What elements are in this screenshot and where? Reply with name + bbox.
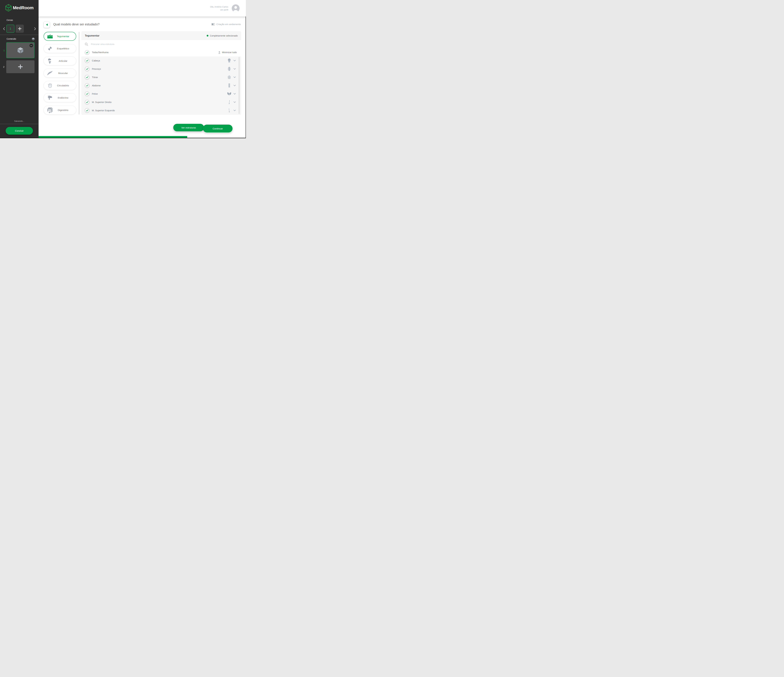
system-button-circulatorio[interactable]: Circulatório bbox=[44, 81, 76, 90]
skin-icon bbox=[47, 34, 53, 39]
collapse-arrow-icon bbox=[218, 51, 221, 54]
chevron-down-icon[interactable] bbox=[233, 110, 236, 111]
check-icon bbox=[86, 51, 89, 54]
region-row-m-superior-esquerdo[interactable]: M. Superior Esquerdo bbox=[81, 106, 241, 115]
heart-icon bbox=[47, 83, 53, 88]
chevron-down-icon[interactable] bbox=[233, 85, 236, 86]
creation-status: Criação em andamento bbox=[212, 23, 241, 26]
panel-controls: Todas/Nenhuma Minimizar tudo bbox=[81, 40, 241, 56]
chevron-down-icon[interactable] bbox=[233, 93, 236, 95]
concluir-button[interactable]: Concluir bbox=[6, 127, 33, 135]
user-greeting: Olá, Antônio Carlos ver perfil bbox=[210, 5, 228, 11]
region-row-abdome[interactable]: Abdome bbox=[81, 81, 241, 90]
scenes-next-button[interactable] bbox=[33, 27, 37, 31]
selection-status-label: Completamente selecionado bbox=[210, 34, 238, 37]
chevron-down-icon[interactable] bbox=[233, 60, 236, 61]
scenes-prev-button[interactable] bbox=[2, 27, 6, 31]
content-item-number: 2 bbox=[3, 65, 5, 68]
panel-title: Tegumentar bbox=[85, 34, 100, 37]
region-checkbox[interactable] bbox=[85, 67, 89, 71]
scene-thumbnail-1[interactable]: 1 bbox=[6, 25, 14, 33]
systems-scrollbar[interactable] bbox=[79, 32, 80, 115]
saving-status: Salvando... bbox=[0, 120, 39, 122]
pelvis-icon bbox=[227, 92, 231, 96]
region-checkbox[interactable] bbox=[85, 108, 89, 113]
layers-button[interactable] bbox=[32, 37, 35, 41]
plus-icon bbox=[18, 64, 23, 69]
check-icon bbox=[86, 84, 89, 87]
select-all-checkbox[interactable] bbox=[85, 50, 89, 55]
medroom-logo-icon bbox=[5, 4, 12, 12]
cervical-vertebrae-icon bbox=[227, 67, 231, 71]
search-row bbox=[81, 40, 241, 48]
selection-status: Completamente selecionado bbox=[207, 34, 238, 37]
plus-icon bbox=[18, 27, 22, 30]
layers-icon bbox=[32, 37, 35, 40]
region-row-m-superior-direito[interactable]: M. Superior Direito bbox=[81, 98, 241, 106]
content-title: Conteúdo bbox=[6, 37, 16, 40]
content-item-menu-button[interactable] bbox=[30, 44, 33, 47]
system-button-esqueletico[interactable]: Esquelético bbox=[44, 44, 76, 53]
region-list: Cabeça bbox=[81, 56, 241, 115]
creation-status-label: Criação em andamento bbox=[216, 23, 241, 26]
brand: MedRoom bbox=[5, 4, 34, 12]
check-icon bbox=[86, 59, 89, 62]
region-checkbox[interactable] bbox=[85, 92, 89, 96]
back-button[interactable] bbox=[44, 22, 50, 28]
region-checkbox[interactable] bbox=[85, 100, 89, 104]
collapse-all-button[interactable]: Minimizar tudo bbox=[217, 51, 238, 54]
search-input[interactable] bbox=[91, 43, 157, 46]
region-checkbox[interactable] bbox=[85, 75, 89, 79]
search-icon bbox=[85, 43, 88, 46]
region-row-pescoco[interactable]: Pescoço bbox=[81, 65, 241, 73]
chevron-down-icon[interactable] bbox=[233, 101, 236, 103]
joint-icon bbox=[47, 58, 53, 64]
check-icon bbox=[86, 92, 89, 95]
region-checkbox[interactable] bbox=[85, 83, 89, 88]
select-all-row: Todas/Nenhuma Minimizar tudo bbox=[81, 48, 241, 56]
system-button-muscular[interactable]: Muscular bbox=[44, 68, 76, 78]
select-all-label: Todas/Nenhuma bbox=[92, 51, 109, 54]
continuar-button[interactable]: Continuar bbox=[203, 124, 233, 132]
content-item-model[interactable] bbox=[6, 42, 34, 58]
region-row-torax[interactable]: Tórax bbox=[81, 73, 241, 81]
content-item-add[interactable] bbox=[6, 61, 34, 73]
page-title: Qual modelo deve ser estudado? bbox=[53, 23, 100, 26]
scenes-title: Cenas bbox=[6, 19, 13, 21]
sidebar-divider bbox=[0, 124, 39, 124]
progress-bar bbox=[39, 136, 187, 138]
panel-header: Tegumentar Completamente selecionado bbox=[81, 31, 241, 40]
region-row-pelve[interactable]: Pelve bbox=[81, 90, 241, 98]
region-checkbox[interactable] bbox=[85, 58, 89, 63]
panel-scrollbar[interactable] bbox=[239, 57, 240, 114]
check-icon bbox=[86, 109, 89, 112]
system-button-tegumentar[interactable]: Tegumentar bbox=[44, 32, 76, 41]
check-icon bbox=[86, 101, 89, 103]
skull-icon bbox=[227, 59, 231, 62]
avatar[interactable] bbox=[232, 5, 240, 12]
ellipsis-icon bbox=[30, 45, 32, 46]
view-profile-link[interactable]: ver perfil bbox=[210, 8, 228, 11]
brand-name: MedRoom bbox=[13, 5, 34, 10]
status-dot bbox=[207, 35, 208, 37]
system-button-endocrino[interactable]: Endócrino bbox=[44, 93, 76, 102]
scene-number: 1 bbox=[9, 27, 11, 30]
chevron-left-icon bbox=[3, 27, 5, 30]
toggle-icon[interactable] bbox=[212, 23, 215, 25]
lumbar-spine-icon bbox=[227, 84, 231, 88]
add-scene-button[interactable] bbox=[16, 25, 24, 33]
pancreas-icon bbox=[47, 95, 53, 100]
window-bottom-edge bbox=[0, 138, 246, 138]
chevron-down-icon[interactable] bbox=[233, 76, 236, 78]
chevron-down-icon[interactable] bbox=[233, 68, 236, 70]
structure-panel: Tegumentar Completamente selecionado bbox=[81, 31, 241, 115]
system-button-digestorio[interactable]: Digestório bbox=[44, 106, 76, 115]
region-row-cabeca[interactable]: Cabeça bbox=[81, 56, 241, 65]
system-button-articular[interactable]: Articular bbox=[44, 56, 76, 65]
check-icon bbox=[86, 68, 89, 70]
arm-bone-icon bbox=[227, 108, 231, 113]
bone-icon bbox=[47, 46, 53, 51]
ver-estruturas-button[interactable]: Ver estruturas bbox=[173, 124, 204, 131]
content-item-number: 1 bbox=[3, 49, 5, 52]
muscle-icon bbox=[47, 71, 53, 76]
